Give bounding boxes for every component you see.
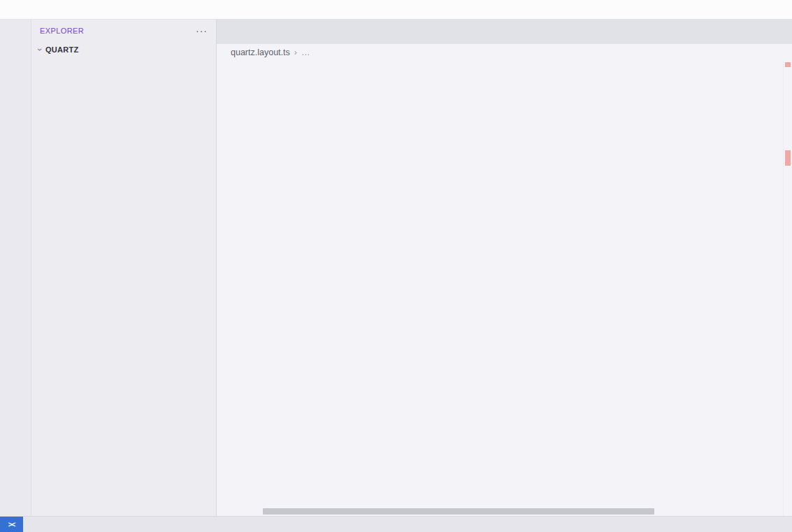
sidebar-title: EXPLORER xyxy=(40,27,84,35)
chevron-down-icon: › xyxy=(35,44,45,55)
overview-ruler[interactable] xyxy=(783,61,792,516)
overview-ruler-mark xyxy=(785,62,791,67)
overview-ruler-mark xyxy=(785,150,791,166)
explorer-sidebar: EXPLORER ··· › QUARTZ xyxy=(31,20,217,516)
remote-indicator[interactable]: >< xyxy=(0,517,23,532)
activity-bar xyxy=(0,20,31,516)
breadcrumb-more: … xyxy=(301,48,310,57)
breadcrumb[interactable]: quartz.layout.ts › … xyxy=(217,44,792,61)
horizontal-scrollbar[interactable] xyxy=(263,508,654,515)
project-section-header[interactable]: › QUARTZ xyxy=(31,42,216,57)
project-name: QUARTZ xyxy=(45,45,79,54)
minimap[interactable] xyxy=(720,62,783,356)
editor-group: quartz.layout.ts › … xyxy=(217,20,792,516)
breadcrumb-separator: › xyxy=(294,48,297,57)
tab-bar xyxy=(217,20,792,44)
file-tree xyxy=(31,57,216,515)
status-bar: >< xyxy=(0,516,792,532)
breadcrumb-file: quartz.layout.ts xyxy=(231,48,290,57)
sidebar-more-button[interactable]: ··· xyxy=(196,25,208,36)
menu-bar xyxy=(0,0,792,20)
vscode-window: EXPLORER ··· › QUARTZ quartz.layout.ts ›… xyxy=(0,0,792,532)
code-editor[interactable] xyxy=(217,61,792,516)
